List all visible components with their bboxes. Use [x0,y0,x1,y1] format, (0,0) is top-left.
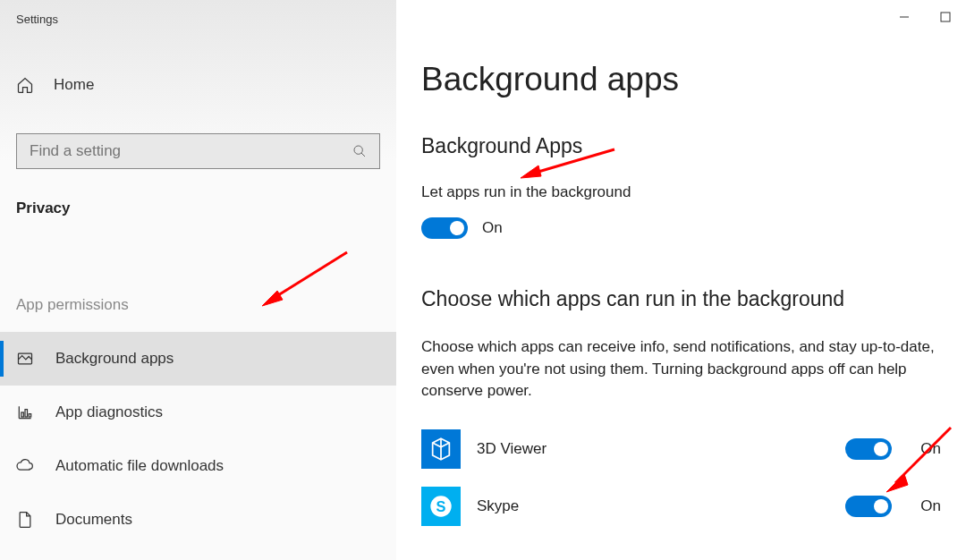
search-icon [352,144,367,158]
home-label: Home [54,76,94,94]
3d-viewer-icon [421,429,461,469]
nav-app-diagnostics[interactable]: App diagnostics [0,386,396,439]
search-placeholder: Find a setting [30,142,352,160]
nav-label: Documents [55,511,132,529]
svg-rect-5 [21,412,23,417]
window-controls [884,4,966,30]
cloud-download-icon [16,457,34,475]
app-name: Skype [477,497,845,515]
window-title: Settings [0,0,396,26]
nav-label: Automatic file downloads [55,457,224,475]
section-title-2: Choose which apps can run in the backgro… [421,287,941,311]
app-toggle-state: On [920,497,941,515]
page-title: Background apps [421,61,941,98]
nav-automatic-downloads[interactable]: Automatic file downloads [0,439,396,493]
app-toggle-state: On [920,440,941,458]
section-description: Choose which apps can receive info, send… [421,336,940,403]
section-title: Background Apps [421,134,941,158]
app-toggle-skype[interactable] [845,496,892,517]
diagnostics-icon [16,403,34,421]
sidebar-section: Privacy [0,199,396,217]
search-input[interactable]: Find a setting [16,133,380,169]
app-row-3d-viewer: 3D Viewer On [421,429,941,469]
sidebar-subsection: App permissions [0,296,396,314]
nav-label: Background apps [55,350,174,368]
maximize-button[interactable] [925,4,966,30]
minimize-button[interactable] [884,4,925,30]
app-toggle-3d-viewer[interactable] [845,438,892,460]
home-icon [16,76,34,94]
setting-label: Let apps run in the background [421,183,941,201]
svg-rect-7 [29,414,30,417]
home-nav[interactable]: Home [0,67,396,103]
main-content: Background apps Background Apps Let apps… [396,0,966,560]
background-apps-icon [16,350,34,368]
toggle-state: On [482,219,503,237]
nav-background-apps[interactable]: Background apps [0,332,396,386]
svg-rect-6 [25,410,28,417]
svg-line-1 [361,153,365,157]
app-row-skype: S Skype On [421,487,941,526]
document-icon [16,511,34,529]
svg-marker-15 [521,165,541,178]
app-name: 3D Viewer [477,440,845,458]
nav-label: App diagnostics [55,403,163,421]
settings-sidebar: Settings Home Find a setting Privacy App… [0,0,396,560]
nav-documents[interactable]: Documents [0,493,396,547]
svg-rect-9 [941,13,950,21]
skype-icon: S [421,487,461,526]
svg-text:S: S [436,498,446,514]
background-apps-toggle[interactable] [421,217,468,239]
svg-point-0 [354,146,362,154]
nav-list: Background apps App diagnostics Automati… [0,332,396,547]
